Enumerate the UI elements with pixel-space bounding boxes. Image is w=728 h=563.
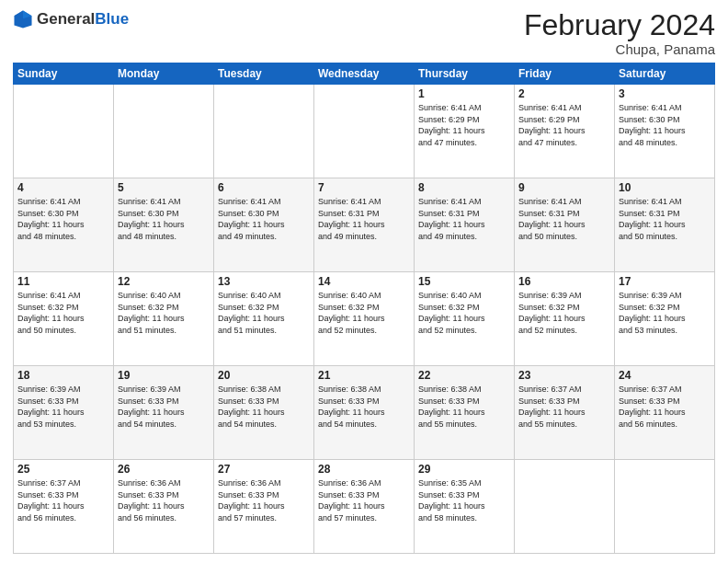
day-info: Sunrise: 6:39 AM Sunset: 6:32 PM Dayligh… [518,290,610,336]
day-info: Sunrise: 6:40 AM Sunset: 6:32 PM Dayligh… [418,290,510,336]
day-info: Sunrise: 6:41 AM Sunset: 6:30 PM Dayligh… [118,196,210,242]
day-cell: 18Sunrise: 6:39 AM Sunset: 6:33 PM Dayli… [14,366,114,460]
day-info: Sunrise: 6:36 AM Sunset: 6:33 PM Dayligh… [118,477,210,523]
day-number: 6 [218,181,310,194]
day-number: 19 [118,369,210,382]
day-info: Sunrise: 6:41 AM Sunset: 6:29 PM Dayligh… [518,102,610,148]
day-number: 13 [218,275,310,288]
day-number: 10 [619,181,711,194]
day-number: 12 [118,275,210,288]
day-number: 5 [118,181,210,194]
day-number: 7 [318,181,410,194]
day-cell: 20Sunrise: 6:38 AM Sunset: 6:33 PM Dayli… [214,366,314,460]
column-header-sunday: Sunday [14,63,114,85]
week-row-2: 4Sunrise: 6:41 AM Sunset: 6:30 PM Daylig… [14,178,715,272]
week-row-5: 25Sunrise: 6:37 AM Sunset: 6:33 PM Dayli… [14,460,715,554]
day-cell: 22Sunrise: 6:38 AM Sunset: 6:33 PM Dayli… [415,366,515,460]
day-number: 28 [318,463,410,476]
day-cell: 3Sunrise: 6:41 AM Sunset: 6:30 PM Daylig… [615,85,715,178]
day-info: Sunrise: 6:38 AM Sunset: 6:33 PM Dayligh… [418,384,510,430]
day-cell: 21Sunrise: 6:38 AM Sunset: 6:33 PM Dayli… [314,366,415,460]
calendar-subtitle: Chupa, Panama [524,41,715,57]
day-cell: 13Sunrise: 6:40 AM Sunset: 6:32 PM Dayli… [214,272,314,366]
day-info: Sunrise: 6:38 AM Sunset: 6:33 PM Dayligh… [218,384,310,430]
day-cell: 15Sunrise: 6:40 AM Sunset: 6:32 PM Dayli… [415,272,515,366]
column-header-monday: Monday [114,63,214,85]
day-number: 21 [318,369,410,382]
day-cell: 10Sunrise: 6:41 AM Sunset: 6:31 PM Dayli… [615,178,715,272]
day-cell: 16Sunrise: 6:39 AM Sunset: 6:32 PM Dayli… [515,272,615,366]
day-number: 26 [118,463,210,476]
calendar-table: SundayMondayTuesdayWednesdayThursdayFrid… [13,63,715,554]
day-info: Sunrise: 6:41 AM Sunset: 6:31 PM Dayligh… [619,196,711,242]
day-number: 11 [17,275,109,288]
day-number: 4 [17,181,109,194]
day-cell [14,85,114,178]
title-block: February 2024 Chupa, Panama [524,9,715,57]
day-cell: 14Sunrise: 6:40 AM Sunset: 6:32 PM Dayli… [314,272,415,366]
day-info: Sunrise: 6:39 AM Sunset: 6:33 PM Dayligh… [118,384,210,430]
column-header-wednesday: Wednesday [314,63,415,85]
logo-icon [13,9,33,29]
day-number: 17 [619,275,711,288]
day-info: Sunrise: 6:41 AM Sunset: 6:29 PM Dayligh… [418,102,510,148]
logo-text: GeneralBlue [37,10,129,29]
day-info: Sunrise: 6:38 AM Sunset: 6:33 PM Dayligh… [318,384,410,430]
day-cell [615,460,715,554]
day-number: 3 [619,87,711,100]
day-info: Sunrise: 6:40 AM Sunset: 6:32 PM Dayligh… [318,290,410,336]
calendar-body: 1Sunrise: 6:41 AM Sunset: 6:29 PM Daylig… [14,85,715,554]
day-number: 1 [418,87,510,100]
day-cell: 5Sunrise: 6:41 AM Sunset: 6:30 PM Daylig… [114,178,214,272]
day-info: Sunrise: 6:41 AM Sunset: 6:30 PM Dayligh… [17,196,109,242]
day-info: Sunrise: 6:39 AM Sunset: 6:32 PM Dayligh… [619,290,711,336]
day-cell: 26Sunrise: 6:36 AM Sunset: 6:33 PM Dayli… [114,460,214,554]
day-number: 14 [318,275,410,288]
day-info: Sunrise: 6:41 AM Sunset: 6:30 PM Dayligh… [619,102,711,148]
day-number: 9 [518,181,610,194]
day-cell: 8Sunrise: 6:41 AM Sunset: 6:31 PM Daylig… [415,178,515,272]
day-info: Sunrise: 6:37 AM Sunset: 6:33 PM Dayligh… [619,384,711,430]
page: GeneralBlue February 2024 Chupa, Panama … [0,0,728,563]
day-number: 24 [619,369,711,382]
day-info: Sunrise: 6:41 AM Sunset: 6:31 PM Dayligh… [518,196,610,242]
calendar-header-row: SundayMondayTuesdayWednesdayThursdayFrid… [14,63,715,85]
day-info: Sunrise: 6:35 AM Sunset: 6:33 PM Dayligh… [418,477,510,523]
day-info: Sunrise: 6:41 AM Sunset: 6:31 PM Dayligh… [418,196,510,242]
day-cell: 24Sunrise: 6:37 AM Sunset: 6:33 PM Dayli… [615,366,715,460]
day-number: 22 [418,369,510,382]
day-info: Sunrise: 6:37 AM Sunset: 6:33 PM Dayligh… [518,384,610,430]
column-header-thursday: Thursday [415,63,515,85]
day-info: Sunrise: 6:37 AM Sunset: 6:33 PM Dayligh… [17,477,109,523]
day-number: 15 [418,275,510,288]
column-header-tuesday: Tuesday [214,63,314,85]
calendar-title: February 2024 [524,9,715,41]
day-cell: 12Sunrise: 6:40 AM Sunset: 6:32 PM Dayli… [114,272,214,366]
week-row-1: 1Sunrise: 6:41 AM Sunset: 6:29 PM Daylig… [14,85,715,178]
day-number: 8 [418,181,510,194]
day-cell: 4Sunrise: 6:41 AM Sunset: 6:30 PM Daylig… [14,178,114,272]
day-number: 23 [518,369,610,382]
day-number: 16 [518,275,610,288]
day-cell: 23Sunrise: 6:37 AM Sunset: 6:33 PM Dayli… [515,366,615,460]
day-cell: 27Sunrise: 6:36 AM Sunset: 6:33 PM Dayli… [214,460,314,554]
day-cell [114,85,214,178]
day-info: Sunrise: 6:40 AM Sunset: 6:32 PM Dayligh… [118,290,210,336]
day-cell [314,85,415,178]
day-number: 20 [218,369,310,382]
day-info: Sunrise: 6:41 AM Sunset: 6:30 PM Dayligh… [218,196,310,242]
day-cell [214,85,314,178]
week-row-4: 18Sunrise: 6:39 AM Sunset: 6:33 PM Dayli… [14,366,715,460]
logo-blue: Blue [95,10,129,28]
day-cell: 17Sunrise: 6:39 AM Sunset: 6:32 PM Dayli… [615,272,715,366]
column-header-friday: Friday [515,63,615,85]
day-number: 25 [17,463,109,476]
day-number: 27 [218,463,310,476]
day-cell: 7Sunrise: 6:41 AM Sunset: 6:31 PM Daylig… [314,178,415,272]
day-cell: 6Sunrise: 6:41 AM Sunset: 6:30 PM Daylig… [214,178,314,272]
logo-general: General [37,10,95,28]
day-cell: 28Sunrise: 6:36 AM Sunset: 6:33 PM Dayli… [314,460,415,554]
day-number: 18 [17,369,109,382]
header: GeneralBlue February 2024 Chupa, Panama [13,9,715,57]
day-info: Sunrise: 6:36 AM Sunset: 6:33 PM Dayligh… [318,477,410,523]
